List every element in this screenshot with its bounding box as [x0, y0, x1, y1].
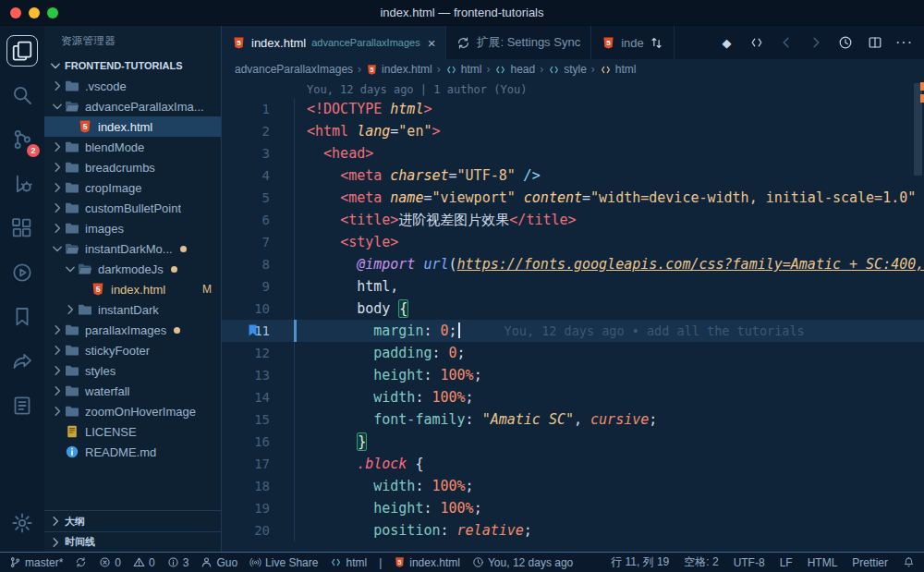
code-line-content[interactable]: <meta name="viewport" content="width=dev… [294, 187, 924, 209]
tree-item-cropimage[interactable]: cropImage [44, 177, 221, 198]
status-user-account[interactable]: Guo [201, 556, 237, 569]
tree-item-stickyfooter[interactable]: stickyFooter [44, 340, 221, 360]
status-problems-warnings[interactable]: 0 [133, 556, 155, 569]
status-live-share[interactable]: Live Share [249, 556, 318, 569]
line-number[interactable]: 9 [222, 275, 294, 298]
status-active-file[interactable]: 5index.html [394, 556, 460, 569]
tree-item-zoomonhoverimage[interactable]: zoomOnHoverImage [44, 401, 221, 421]
code-line-content[interactable]: <title>进阶视差图片效果</title> [294, 209, 924, 231]
tree-item-license[interactable]: LICENSE [44, 421, 221, 442]
line-number[interactable]: 19 [222, 497, 294, 519]
tree-item-parallaximages[interactable]: parallaxImages [44, 320, 221, 340]
code-line-content[interactable]: margin: 0;You, 12 days ago • add all the… [294, 320, 924, 342]
activity-source-control[interactable]: 2 [6, 124, 38, 155]
code-line-content[interactable]: height: 100%; [294, 497, 924, 519]
code-line-content[interactable]: <head> [294, 142, 924, 164]
activity-run-debug[interactable] [6, 168, 38, 200]
code-line-content[interactable]: <meta charset="UTF-8" /> [294, 164, 924, 187]
line-number[interactable]: 4 [222, 164, 294, 187]
code-line-content[interactable]: <!DOCTYPE html> [294, 98, 924, 120]
activity-run-circle[interactable] [6, 257, 38, 288]
section-header-frontend-tutorials[interactable]: FRONTEND-TUTORIALS [44, 55, 221, 76]
tree-item-darkmodejs[interactable]: darkmodeJs [44, 259, 221, 279]
gitlens-authors-lens[interactable]: You, 12 days ago | 1 author (You) [222, 79, 924, 98]
breadcrumb-item-html[interactable]: html [600, 63, 637, 76]
tree-item-instantdark[interactable]: instantDark [44, 299, 221, 320]
line-number[interactable]: 8 [222, 253, 294, 275]
tab-扩展-settings-sync[interactable]: 扩展: Settings Sync [446, 26, 591, 59]
tree-item-custombulletpoint[interactable]: customBulletPoint [44, 198, 221, 218]
activity-notebook[interactable] [6, 390, 38, 421]
status-language-mode[interactable]: HTML [808, 556, 838, 569]
tree-item-waterfall[interactable]: waterfall [44, 381, 221, 401]
tree-item-instantdarkmo[interactable]: instantDarkMo... [44, 238, 221, 259]
code-line-content[interactable]: padding: 0; [294, 342, 924, 364]
code-line-content[interactable]: width: 100%; [294, 386, 924, 408]
code-editor[interactable]: You, 12 days ago | 1 author (You) 1<!DOC… [222, 79, 924, 552]
activity-bookmarks[interactable] [6, 301, 38, 333]
code-line-content[interactable]: <html lang="en"> [294, 120, 924, 142]
code-line-content[interactable]: height: 100%; [294, 364, 924, 386]
tree-item-breadcrumbs[interactable]: breadcrumbs [44, 157, 221, 177]
activity-settings[interactable] [6, 507, 38, 539]
panel-大纲[interactable]: 大纲 [44, 511, 221, 531]
breadcrumb-item-head[interactable]: head [494, 63, 535, 76]
status-eol[interactable]: LF [780, 556, 793, 569]
nav-back-icon[interactable] [778, 35, 794, 51]
line-number[interactable]: 13 [222, 364, 294, 386]
tree-item-index-html[interactable]: 5index.htmlM [44, 279, 221, 299]
tree-item-images[interactable]: images [44, 218, 221, 238]
tab-inde[interactable]: 5inde [591, 26, 675, 59]
line-number[interactable]: 5 [222, 187, 294, 209]
close-window-button[interactable] [10, 7, 21, 18]
status-sync-status[interactable] [75, 556, 87, 568]
status-context-html[interactable]: html [330, 556, 367, 569]
minimize-window-button[interactable] [29, 7, 40, 18]
breadcrumb-item-advanceparallaximages[interactable]: advanceParallaxImages [235, 63, 353, 76]
line-number[interactable]: 2 [222, 120, 294, 142]
prettier-diamond-icon[interactable]: ◆ [719, 35, 735, 51]
status-formatter[interactable]: Prettier [852, 556, 888, 569]
line-number[interactable]: 14 [222, 386, 294, 408]
status-git-branch[interactable]: master* [9, 556, 63, 569]
status-notifications[interactable] [903, 556, 915, 568]
line-number[interactable]: 16 [222, 431, 294, 453]
line-number[interactable]: 20 [222, 519, 294, 542]
maximize-window-button[interactable] [47, 7, 58, 18]
timeline-clock-icon[interactable] [837, 35, 853, 51]
tab-index-html[interactable]: 5index.htmladvanceParallaxImages× [222, 26, 446, 59]
code-line-content[interactable]: font-family: "Amatic SC", cursive; [294, 408, 924, 431]
status-cursor-position[interactable]: 行 11, 列 19 [611, 554, 669, 570]
line-number[interactable]: 7 [222, 231, 294, 253]
status-encoding[interactable]: UTF-8 [734, 556, 765, 569]
split-editor-icon[interactable] [867, 35, 882, 51]
breadcrumb-item-index-html[interactable]: 5index.html [366, 63, 432, 76]
more-actions-icon[interactable]: ··· [896, 35, 912, 51]
nav-forward-icon[interactable] [808, 35, 823, 51]
line-number[interactable]: 1 [222, 98, 294, 120]
code-line-content[interactable]: position: relative; [294, 519, 924, 542]
status-indentation[interactable]: 空格: 2 [684, 554, 718, 570]
status-problems-errors[interactable]: 0 [99, 556, 121, 569]
activity-live-share[interactable] [6, 346, 38, 377]
line-number[interactable]: 6 [222, 209, 294, 231]
tree-item-vscode[interactable]: .vscode [44, 76, 221, 96]
status-gitlens-blame[interactable]: You, 12 days ago [472, 556, 573, 569]
code-line-content[interactable]: .block { [294, 453, 924, 475]
code-line-content[interactable]: html, [294, 275, 924, 298]
code-line-content[interactable]: width: 100%; [294, 475, 924, 497]
breadcrumb-item-style[interactable]: style [548, 63, 587, 76]
line-number[interactable]: 15 [222, 408, 294, 431]
code-line-content[interactable]: } [294, 431, 924, 453]
panel-时间线[interactable]: 时间线 [44, 531, 221, 552]
breadcrumb-item-html[interactable]: html [445, 63, 482, 76]
activity-extensions[interactable] [6, 213, 38, 244]
code-line-content[interactable]: body { [294, 298, 924, 320]
tree-item-index-html[interactable]: 5index.html [44, 116, 221, 137]
code-line-content[interactable]: @import url(https://fonts.googleapis.com… [294, 253, 924, 275]
code-line-content[interactable]: <style> [294, 231, 924, 253]
line-number[interactable]: 10 [222, 298, 294, 320]
status-problems-info[interactable]: 3 [167, 556, 189, 569]
tree-item-readme-md[interactable]: README.md [44, 442, 221, 462]
line-number[interactable]: 11 [222, 320, 294, 342]
